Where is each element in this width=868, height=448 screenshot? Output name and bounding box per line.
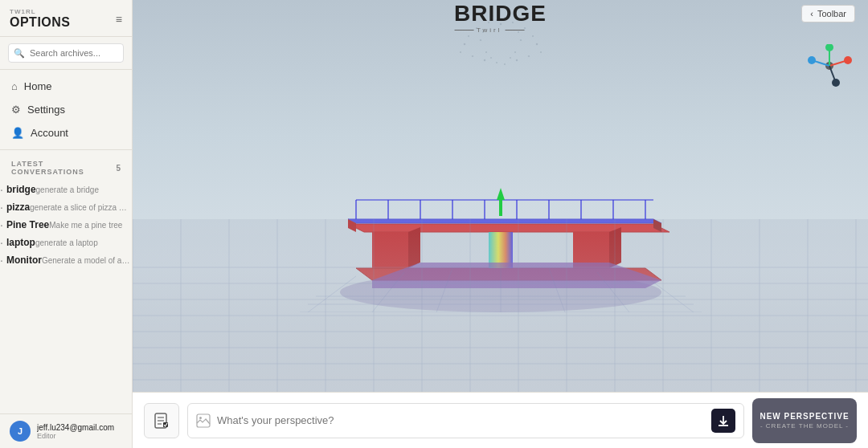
chat-input-wrapper bbox=[187, 403, 744, 438]
svg-point-27 bbox=[490, 57, 492, 59]
conversations-section: LATEST CONVERSATIONS 5 bridge generate a… bbox=[0, 150, 132, 413]
download-button[interactable] bbox=[711, 409, 735, 433]
svg-marker-59 bbox=[497, 188, 505, 200]
nav-items: ⌂ Home ⚙ Settings 👤 Account bbox=[0, 70, 132, 150]
new-perspective-button[interactable]: NEW PERSPECTIVE - CREATE THE MODEL - bbox=[752, 398, 857, 443]
conversation-name: laptop bbox=[6, 237, 35, 248]
conversation-desc: generate a bridge bbox=[36, 185, 99, 194]
new-perspective-sublabel: - CREATE THE MODEL - bbox=[760, 422, 849, 430]
conversations-header: LATEST CONVERSATIONS 5 bbox=[0, 157, 132, 181]
viewport[interactable]: MAKE IT HAPPEN BRIDGE Twirl ‹ Toolbar bbox=[133, 0, 868, 448]
svg-point-10 bbox=[535, 43, 537, 45]
chat-icon-button[interactable] bbox=[144, 403, 179, 438]
brand-center: MAKE IT HAPPEN BRIDGE Twirl bbox=[454, 0, 547, 34]
chevron-left-icon: ‹ bbox=[810, 9, 813, 18]
nav-item-account[interactable]: 👤 Account bbox=[0, 121, 132, 145]
svg-point-23 bbox=[479, 39, 481, 41]
svg-point-37 bbox=[832, 79, 840, 87]
nav-item-settings[interactable]: ⚙ Settings bbox=[0, 98, 132, 121]
nav-label-account: Account bbox=[31, 127, 68, 139]
new-perspective-label: NEW PERSPECTIVE bbox=[760, 412, 849, 421]
nav-label-home: Home bbox=[24, 80, 52, 92]
conversations-count: 5 bbox=[116, 164, 121, 173]
svg-point-13 bbox=[471, 55, 473, 57]
search-wrapper: 🔍 bbox=[8, 43, 124, 63]
svg-point-33 bbox=[825, 44, 833, 51]
search-container: 🔍 bbox=[0, 37, 132, 70]
svg-point-12 bbox=[540, 51, 542, 53]
top-bar: MAKE IT HAPPEN BRIDGE Twirl ‹ Toolbar bbox=[133, 0, 868, 27]
user-role: Editor bbox=[37, 432, 114, 440]
conversation-item-laptop[interactable]: laptop generate a laptop bbox=[0, 234, 132, 251]
brand-name: BRIDGE bbox=[454, 2, 547, 25]
conversation-name: Pine Tree bbox=[6, 219, 49, 230]
account-icon: 👤 bbox=[11, 127, 24, 139]
sidebar-brand-block: TW1RL OPTIONS bbox=[10, 8, 71, 30]
sidebar: TW1RL OPTIONS ≡ 🔍 ⌂ Home ⚙ Settings 👤 Ac… bbox=[0, 0, 133, 448]
user-email: jeff.lu234@gmail.com bbox=[37, 423, 114, 432]
svg-point-26 bbox=[514, 51, 516, 53]
user-info: jeff.lu234@gmail.com Editor bbox=[37, 423, 114, 440]
brand-sub: Twirl bbox=[454, 26, 547, 34]
conversation-desc: generate a laptop bbox=[35, 238, 98, 247]
main-content: MAKE IT HAPPEN BRIDGE Twirl ‹ Toolbar bbox=[133, 0, 868, 448]
svg-rect-60 bbox=[499, 200, 502, 216]
sidebar-brand: TW1RL bbox=[10, 8, 71, 15]
svg-point-31 bbox=[844, 56, 852, 64]
axis-gizmo bbox=[808, 44, 852, 88]
svg-point-25 bbox=[485, 51, 487, 53]
hamburger-icon[interactable]: ≡ bbox=[116, 13, 122, 26]
svg-point-17 bbox=[496, 62, 497, 63]
conversation-item-bridge[interactable]: bridge generate a bridge bbox=[0, 181, 132, 198]
svg-point-24 bbox=[519, 39, 521, 41]
svg-point-14 bbox=[527, 55, 529, 57]
svg-point-9 bbox=[463, 43, 465, 45]
nav-item-home[interactable]: ⌂ Home bbox=[0, 75, 132, 98]
sidebar-footer: J jeff.lu234@gmail.com Editor bbox=[0, 413, 132, 448]
svg-rect-73 bbox=[133, 219, 868, 396]
sidebar-header: TW1RL OPTIONS ≡ bbox=[0, 0, 132, 37]
conversation-name: pizza bbox=[6, 202, 30, 213]
svg-point-16 bbox=[515, 59, 517, 61]
conversation-desc: generate a slice of pizza with pepperoni… bbox=[30, 203, 132, 212]
conversation-name: bridge bbox=[6, 184, 36, 195]
svg-point-28 bbox=[510, 57, 511, 59]
svg-point-35 bbox=[808, 56, 816, 64]
svg-point-105 bbox=[199, 417, 202, 419]
download-icon bbox=[718, 415, 729, 426]
svg-point-7 bbox=[468, 35, 469, 37]
home-icon: ⌂ bbox=[11, 80, 18, 92]
sidebar-title: OPTIONS bbox=[10, 15, 71, 30]
conversation-item-monitor[interactable]: Monitor Generate a model of a computer m… bbox=[0, 251, 132, 269]
chat-document-icon bbox=[153, 412, 170, 430]
image-icon bbox=[196, 413, 211, 428]
svg-point-11 bbox=[460, 51, 461, 53]
search-input[interactable] bbox=[8, 43, 124, 63]
conversation-desc: Generate a model of a computer monitor bbox=[42, 256, 132, 265]
svg-point-8 bbox=[532, 35, 534, 37]
toolbar-label: Toolbar bbox=[817, 9, 846, 18]
chat-input[interactable] bbox=[217, 414, 711, 426]
conversation-desc: Make me a pine tree bbox=[49, 221, 122, 230]
toolbar-button[interactable]: ‹ Toolbar bbox=[801, 5, 855, 22]
svg-point-18 bbox=[504, 63, 506, 65]
search-icon: 🔍 bbox=[14, 48, 25, 59]
conversation-name: Monitor bbox=[6, 255, 42, 266]
grid-floor bbox=[133, 219, 868, 396]
nav-label-settings: Settings bbox=[27, 104, 65, 116]
conversation-item-pizza[interactable]: pizza generate a slice of pizza with pep… bbox=[0, 198, 132, 216]
settings-icon: ⚙ bbox=[11, 104, 21, 116]
bottom-bar: NEW PERSPECTIVE - CREATE THE MODEL - bbox=[133, 392, 868, 448]
svg-point-15 bbox=[483, 59, 485, 61]
user-avatar: J bbox=[10, 421, 31, 442]
conversation-item-pine-tree[interactable]: Pine Tree Make me a pine tree bbox=[0, 216, 132, 234]
conversations-label: LATEST CONVERSATIONS bbox=[11, 160, 116, 176]
